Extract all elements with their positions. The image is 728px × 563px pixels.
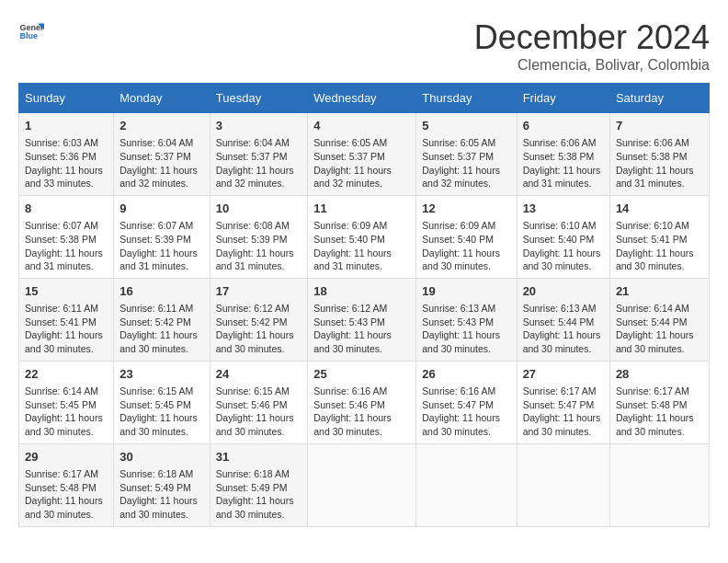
daylight-label: Daylight: 11 hours and 30 minutes. [422, 247, 500, 272]
day-number: 25 [313, 366, 410, 383]
day-cell-19: 19Sunrise: 6:13 AMSunset: 5:43 PMDayligh… [416, 278, 517, 361]
sunset-label: Sunset: 5:45 PM [25, 399, 97, 410]
day-number: 14 [616, 201, 703, 217]
daylight-label: Daylight: 11 hours and 30 minutes. [119, 329, 198, 354]
daylight-label: Daylight: 11 hours and 31 minutes. [216, 247, 294, 272]
sunrise-label: Sunrise: 6:12 AM [313, 303, 387, 314]
daylight-label: Daylight: 11 hours and 30 minutes. [216, 495, 294, 520]
day-cell-23: 23Sunrise: 6:15 AMSunset: 5:45 PMDayligh… [114, 361, 210, 443]
day-number: 4 [313, 118, 410, 134]
daylight-label: Daylight: 11 hours and 31 minutes. [119, 247, 198, 272]
daylight-label: Daylight: 11 hours and 30 minutes. [523, 247, 601, 272]
day-cell-24: 24Sunrise: 6:15 AMSunset: 5:46 PMDayligh… [210, 361, 307, 443]
daylight-label: Daylight: 11 hours and 30 minutes. [616, 412, 694, 437]
daylight-label: Daylight: 11 hours and 30 minutes. [422, 329, 500, 354]
sunset-label: Sunset: 5:38 PM [25, 234, 97, 245]
sunset-label: Sunset: 5:47 PM [422, 399, 494, 410]
daylight-label: Daylight: 11 hours and 30 minutes. [523, 329, 601, 354]
daylight-label: Daylight: 11 hours and 30 minutes. [616, 247, 694, 272]
sunset-label: Sunset: 5:40 PM [313, 234, 385, 245]
sunset-label: Sunset: 5:38 PM [523, 151, 595, 162]
day-number: 8 [25, 201, 108, 217]
sunset-label: Sunset: 5:42 PM [119, 316, 191, 327]
sunrise-label: Sunrise: 6:17 AM [523, 385, 597, 396]
daylight-label: Daylight: 11 hours and 33 minutes. [25, 165, 103, 190]
empty-cell-w4-d4 [416, 443, 517, 526]
sunset-label: Sunset: 5:43 PM [313, 316, 385, 327]
sunset-label: Sunset: 5:40 PM [523, 234, 595, 245]
daylight-label: Daylight: 11 hours and 30 minutes. [313, 412, 392, 437]
day-cell-26: 26Sunrise: 6:16 AMSunset: 5:47 PMDayligh… [416, 361, 517, 443]
day-cell-29: 29Sunrise: 6:17 AMSunset: 5:48 PMDayligh… [19, 443, 114, 526]
day-cell-9: 9Sunrise: 6:07 AMSunset: 5:39 PMDaylight… [114, 195, 210, 278]
daylight-label: Daylight: 11 hours and 30 minutes. [422, 412, 500, 437]
daylight-label: Daylight: 11 hours and 30 minutes. [25, 495, 103, 520]
empty-cell-w4-d5 [517, 443, 609, 526]
sunrise-label: Sunrise: 6:15 AM [216, 385, 290, 396]
daylight-label: Daylight: 11 hours and 30 minutes. [25, 412, 103, 437]
daylight-label: Daylight: 11 hours and 32 minutes. [313, 165, 392, 190]
sunset-label: Sunset: 5:42 PM [216, 316, 288, 327]
day-cell-13: 13Sunrise: 6:10 AMSunset: 5:40 PMDayligh… [517, 195, 609, 278]
day-cell-28: 28Sunrise: 6:17 AMSunset: 5:48 PMDayligh… [609, 361, 709, 443]
day-number: 29 [25, 449, 108, 465]
sunrise-label: Sunrise: 6:16 AM [313, 385, 387, 396]
day-number: 11 [313, 201, 410, 217]
sunrise-label: Sunrise: 6:07 AM [119, 220, 193, 231]
daylight-label: Daylight: 11 hours and 31 minutes. [313, 247, 392, 272]
day-number: 1 [25, 118, 108, 134]
day-number: 7 [616, 118, 703, 134]
day-number: 22 [25, 366, 108, 383]
sunrise-label: Sunrise: 6:06 AM [523, 137, 597, 148]
header-wednesday: Wednesday [308, 84, 416, 113]
daylight-label: Daylight: 11 hours and 30 minutes. [25, 329, 103, 354]
day-cell-14: 14Sunrise: 6:10 AMSunset: 5:41 PMDayligh… [609, 195, 709, 278]
sunrise-label: Sunrise: 6:04 AM [119, 137, 193, 148]
day-cell-25: 25Sunrise: 6:16 AMSunset: 5:46 PMDayligh… [308, 361, 416, 443]
week-row-4: 22Sunrise: 6:14 AMSunset: 5:45 PMDayligh… [19, 361, 710, 443]
day-number: 9 [119, 201, 204, 217]
day-cell-8: 8Sunrise: 6:07 AMSunset: 5:38 PMDaylight… [19, 195, 114, 278]
sunset-label: Sunset: 5:49 PM [216, 482, 288, 493]
sunset-label: Sunset: 5:37 PM [119, 151, 191, 162]
day-cell-2: 2Sunrise: 6:04 AMSunset: 5:37 PMDaylight… [114, 113, 210, 196]
daylight-label: Daylight: 11 hours and 32 minutes. [119, 165, 198, 190]
sunrise-label: Sunrise: 6:17 AM [616, 385, 689, 396]
sunrise-label: Sunrise: 6:13 AM [422, 303, 495, 314]
sunrise-label: Sunrise: 6:18 AM [119, 468, 193, 479]
month-title: December 2024 [474, 18, 710, 57]
daylight-label: Daylight: 11 hours and 30 minutes. [119, 495, 198, 520]
day-cell-27: 27Sunrise: 6:17 AMSunset: 5:47 PMDayligh… [517, 361, 609, 443]
week-row-5: 29Sunrise: 6:17 AMSunset: 5:48 PMDayligh… [19, 443, 710, 526]
header-tuesday: Tuesday [210, 84, 307, 113]
day-cell-18: 18Sunrise: 6:12 AMSunset: 5:43 PMDayligh… [308, 278, 416, 361]
day-number: 19 [422, 283, 510, 300]
svg-text:Blue: Blue [19, 31, 38, 40]
empty-cell-w4-d3 [308, 443, 416, 526]
day-number: 5 [422, 118, 510, 134]
sunrise-label: Sunrise: 6:05 AM [422, 137, 495, 148]
sunrise-label: Sunrise: 6:04 AM [216, 137, 290, 148]
day-cell-6: 6Sunrise: 6:06 AMSunset: 5:38 PMDaylight… [517, 113, 609, 196]
day-number: 23 [119, 366, 204, 383]
day-number: 18 [313, 283, 410, 300]
sunset-label: Sunset: 5:45 PM [119, 399, 191, 410]
sunset-label: Sunset: 5:37 PM [422, 151, 494, 162]
sunrise-label: Sunrise: 6:15 AM [119, 385, 193, 396]
calendar-table: Sunday Monday Tuesday Wednesday Thursday… [18, 83, 710, 527]
sunset-label: Sunset: 5:37 PM [313, 151, 385, 162]
location-subtitle: Clemencia, Bolivar, Colombia [474, 57, 710, 74]
day-number: 10 [216, 201, 301, 217]
day-number: 28 [616, 366, 703, 383]
day-number: 17 [216, 283, 301, 300]
sunset-label: Sunset: 5:41 PM [616, 234, 688, 245]
day-cell-3: 3Sunrise: 6:04 AMSunset: 5:37 PMDaylight… [210, 113, 307, 196]
daylight-label: Daylight: 11 hours and 31 minutes. [523, 165, 601, 190]
day-number: 30 [119, 449, 204, 465]
sunrise-label: Sunrise: 6:06 AM [616, 137, 689, 148]
day-cell-17: 17Sunrise: 6:12 AMSunset: 5:42 PMDayligh… [210, 278, 307, 361]
day-cell-12: 12Sunrise: 6:09 AMSunset: 5:40 PMDayligh… [416, 195, 517, 278]
day-number: 12 [422, 201, 510, 217]
day-cell-10: 10Sunrise: 6:08 AMSunset: 5:39 PMDayligh… [210, 195, 307, 278]
day-cell-20: 20Sunrise: 6:13 AMSunset: 5:44 PMDayligh… [517, 278, 609, 361]
